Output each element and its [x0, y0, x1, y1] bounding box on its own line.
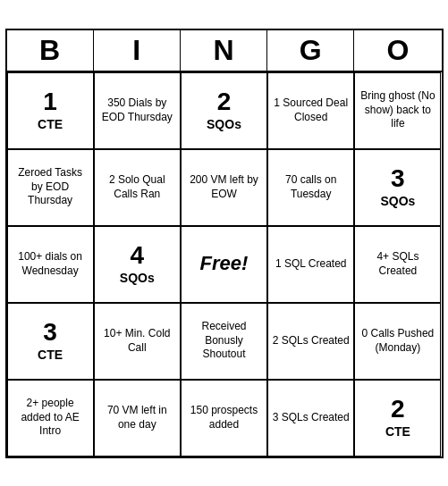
bingo-cell-17: Received Bonusly Shoutout: [181, 303, 267, 380]
cell-big-2: 2: [217, 88, 232, 116]
bingo-card: B I N G O 1CTE350 Dials by EOD Thursday2…: [5, 29, 444, 458]
bingo-cell-18: 2 SQLs Created: [267, 303, 354, 380]
header-o: O: [354, 30, 441, 71]
cell-big-11: 4: [131, 242, 145, 270]
bingo-grid: 1CTE350 Dials by EOD Thursday2SQOs1 Sour…: [7, 72, 442, 457]
bingo-cell-6: 2 Solo Qual Calls Ran: [94, 149, 181, 226]
header-i: I: [94, 30, 181, 71]
bingo-cell-13: 1 SQL Created: [267, 226, 354, 303]
cell-text-17: Received Bonusly Shoutout: [185, 320, 263, 362]
cell-big-15: 3: [43, 319, 57, 347]
bingo-cell-15: 3CTE: [7, 303, 94, 380]
bingo-cell-8: 70 calls on Tuesday: [267, 149, 354, 226]
cell-text-4: Bring ghost (No show) back to life: [359, 89, 436, 131]
cell-text-23: 3 SQLs Created: [273, 411, 350, 425]
bingo-cell-4: Bring ghost (No show) back to life: [354, 72, 441, 149]
header-g: G: [267, 30, 354, 71]
bingo-cell-9: 3SQOs: [354, 149, 441, 226]
bingo-cell-2: 2SQOs: [181, 72, 267, 149]
cell-text-20: 2+ people added to AE Intro: [12, 397, 89, 439]
cell-text-5: Zeroed Tasks by EOD Thursday: [12, 166, 89, 208]
bingo-cell-16: 10+ Min. Cold Call: [94, 303, 181, 380]
cell-text-13: 1 SQL Created: [275, 257, 347, 272]
bingo-cell-24: 2CTE: [354, 380, 441, 457]
cell-text-16: 10+ Min. Cold Call: [98, 327, 176, 355]
free-cell: Free!: [181, 226, 267, 303]
bingo-cell-7: 200 VM left by EOW: [181, 149, 267, 226]
cell-big-24: 2: [391, 396, 405, 423]
cell-text-21: 70 VM left in one day: [98, 404, 176, 432]
cell-text-1: 350 Dials by EOD Thursday: [98, 96, 176, 124]
bingo-cell-0: 1CTE: [7, 72, 94, 149]
cell-text-18: 2 SQLs Created: [273, 334, 350, 348]
bingo-cell-14: 4+ SQLs Created: [354, 226, 441, 303]
bingo-header: B I N G O: [7, 30, 442, 72]
bingo-cell-19: 0 Calls Pushed (Monday): [354, 303, 441, 380]
cell-label-24: CTE: [385, 423, 410, 440]
bingo-cell-3: 1 Sourced Deal Closed: [267, 72, 354, 149]
cell-text-6: 2 Solo Qual Calls Ran: [98, 173, 176, 201]
cell-label-11: SQOs: [120, 270, 155, 286]
cell-text-3: 1 Sourced Deal Closed: [272, 96, 350, 124]
bingo-cell-23: 3 SQLs Created: [267, 380, 354, 457]
bingo-cell-20: 2+ people added to AE Intro: [7, 380, 94, 457]
bingo-cell-1: 350 Dials by EOD Thursday: [94, 72, 181, 149]
bingo-cell-22: 150 prospects added: [181, 380, 267, 457]
cell-big-0: 1: [43, 88, 57, 116]
cell-text-10: 100+ dials on Wednesday: [12, 250, 89, 278]
bingo-cell-21: 70 VM left in one day: [94, 380, 181, 457]
header-b: B: [7, 30, 94, 71]
cell-label-0: CTE: [38, 116, 63, 132]
cell-big-9: 3: [391, 165, 405, 193]
bingo-cell-11: 4SQOs: [94, 226, 181, 303]
cell-label-9: SQOs: [380, 193, 415, 209]
header-n: N: [181, 30, 267, 71]
cell-text-14: 4+ SQLs Created: [359, 250, 436, 278]
cell-text-8: 70 calls on Tuesday: [272, 173, 350, 201]
cell-label-15: CTE: [38, 347, 63, 363]
bingo-cell-10: 100+ dials on Wednesday: [7, 226, 94, 303]
cell-text-7: 200 VM left by EOW: [185, 173, 263, 201]
cell-text-22: 150 prospects added: [185, 404, 263, 432]
cell-text-19: 0 Calls Pushed (Monday): [359, 327, 436, 355]
bingo-cell-5: Zeroed Tasks by EOD Thursday: [7, 149, 94, 226]
cell-label-2: SQOs: [207, 116, 241, 132]
